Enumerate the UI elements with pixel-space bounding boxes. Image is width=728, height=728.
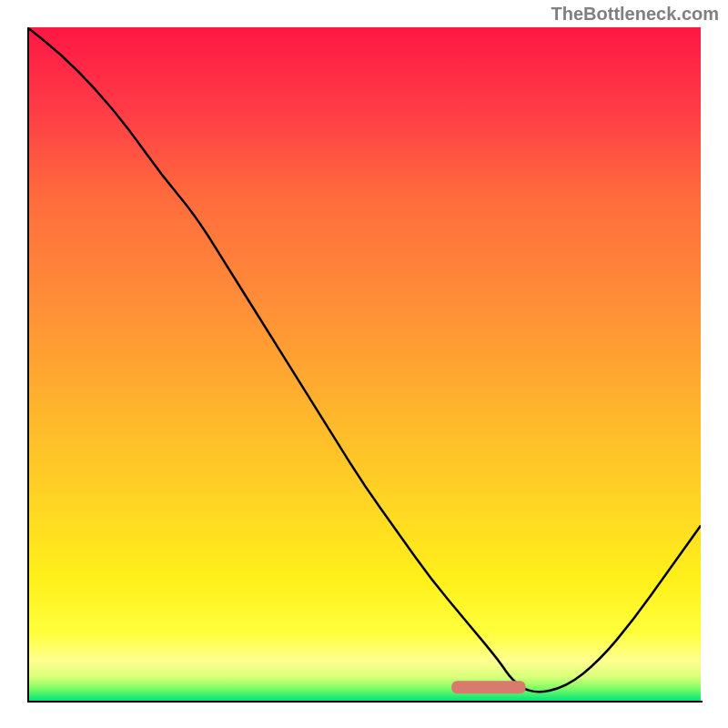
- chart-axes: [27, 27, 703, 703]
- watermark-text: TheBottleneck.com: [551, 4, 719, 25]
